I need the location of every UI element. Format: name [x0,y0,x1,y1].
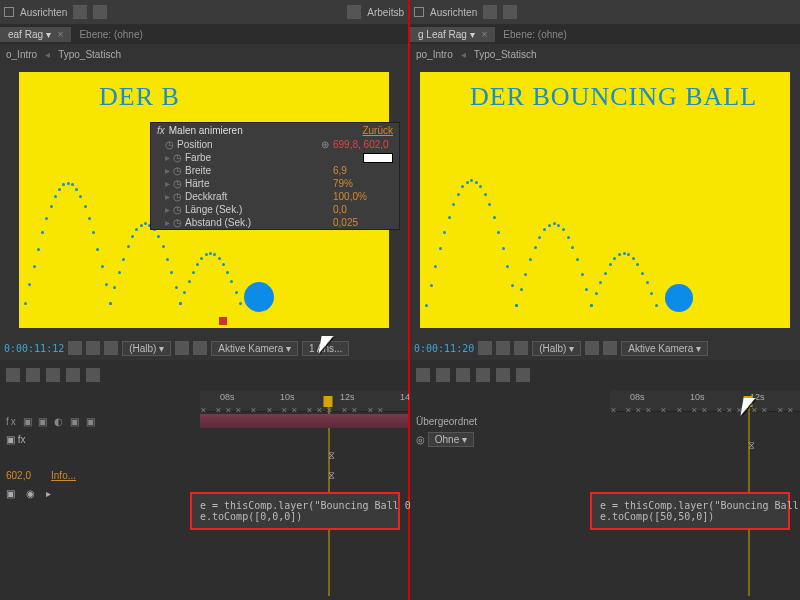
tool-icon[interactable] [6,368,20,382]
color-mgmt-icon[interactable] [514,341,528,355]
comp-tabs: g Leaf Rag ▾ × Ebene: (ohne) [410,24,800,44]
keyframe-icon[interactable]: ⧖ [328,450,335,462]
time-tick: 14 [400,392,410,402]
chevron-left-icon: ◂ [45,49,50,60]
info-link[interactable]: Info... [51,470,76,481]
camera-dropdown[interactable]: Aktive Kamera ▾ [211,341,298,356]
dropdown-icon[interactable]: ▾ [46,29,51,40]
tab-leaf-rag[interactable]: g Leaf Rag ▾ × [410,27,495,42]
color-swatch[interactable] [363,153,393,163]
composition-viewer[interactable]: DER BOUNCING BALL [410,64,800,336]
prop-position: ◷Position⊕699,8, 602,0 [151,138,399,151]
layer-bar[interactable] [200,414,408,428]
prop-breite: ▸◷Breite6,9 [151,164,399,177]
target-icon[interactable] [503,5,517,19]
tool-icon[interactable] [516,368,530,382]
expression-field[interactable]: e = thisComp.layer("Bouncing Ball 02"); … [590,492,790,530]
top-toolbar: Ausrichten [410,0,800,24]
expression-switches[interactable]: ▣ fx [6,434,26,445]
transparency-grid-icon[interactable] [193,341,207,355]
tool-icon[interactable] [416,368,430,382]
prop-abstand: ▸◷Abstand (Sek.)0,025 [151,216,399,229]
color-mgmt-icon[interactable] [104,341,118,355]
timecode-display[interactable]: 0:00:11:12 [4,343,64,354]
fx-icon: fx [157,125,165,136]
breadcrumb-item[interactable]: Typo_Statisch [58,49,121,60]
comp-title-text: DER BOUNCING BALL [470,82,757,112]
resolution-dropdown[interactable]: (Halb) ▾ [122,341,171,356]
layer-switches[interactable]: fx ▣ ▣ ◐ ▣ ▣ [6,416,97,427]
dropdown-icon[interactable]: ▾ [470,29,475,40]
parent-dropdown[interactable]: Ohne ▾ [428,432,474,447]
keyframe-markers: ✕ ✕✕✕ ✕ ✕ ✕✕ ✕✕✕ ✕✕ ✕✕ [200,406,408,412]
resolution-dropdown[interactable]: (Halb) ▾ [532,341,581,356]
bouncing-ball [244,282,274,312]
stopwatch-icon[interactable]: ◷ [173,152,185,163]
time-tick: 12s [340,392,355,402]
keyframe-icon[interactable]: ⧖ [328,470,335,482]
position-value[interactable]: 602,0 [6,470,31,481]
breadcrumb-item[interactable]: po_Intro [416,49,453,60]
timeline-panel: 08s 10s 12s 14 fx ▣ ▣ ◐ ▣ ▣ ▣ fx 602,0In… [0,360,408,600]
graph-editor-icon[interactable] [496,368,510,382]
channels-icon[interactable] [496,341,510,355]
expression-field[interactable]: e = thisComp.layer("Bouncing Ball 02"); … [190,492,400,530]
tool-icon[interactable] [46,368,60,382]
comp-title-text: DER B [99,82,180,112]
channels-icon[interactable] [86,341,100,355]
snapshot-icon[interactable] [68,341,82,355]
breadcrumb: po_Intro ◂ Typo_Statisch [410,44,800,64]
composition-canvas: DER BOUNCING BALL [420,72,790,328]
align-checkbox[interactable] [4,7,14,17]
graph-editor-icon[interactable] [66,368,80,382]
snap-icon[interactable] [483,5,497,19]
timeline-tools [410,360,800,390]
roi-icon[interactable] [175,341,189,355]
timeline-panel: 08s 10s 12s Übergeordnet ◎ Ohne ▾ ✕ ✕✕✕ … [410,360,800,600]
stopwatch-icon[interactable]: ◷ [165,139,177,150]
snap-icon[interactable] [73,5,87,19]
target-icon[interactable] [93,5,107,19]
time-tick: 08s [220,392,235,402]
pickwhip-icon[interactable]: ◎ [416,434,425,445]
composition-viewer[interactable]: DER B fx Malen animieren Zurück ◷Positio… [0,64,408,336]
time-tick: 10s [690,392,705,402]
keyframe-markers: ✕ ✕✕✕ ✕ ✕ ✕✕ ✕✕✕ ✕✕ ✕✕ [610,406,800,412]
transparency-grid-icon[interactable] [603,341,617,355]
motion-blur-icon[interactable] [476,368,490,382]
expression-icons[interactable]: ▣ ◉ ▸ [6,488,55,499]
close-icon[interactable]: × [482,29,488,40]
time-tick: 10s [280,392,295,402]
tool-icon[interactable] [86,368,100,382]
align-label: Ausrichten [430,7,477,18]
snapshot-icon[interactable] [478,341,492,355]
tool-icon[interactable] [456,368,470,382]
viewer-controls: 0:00:11:20 (Halb) ▾ Aktive Kamera ▾ [410,336,800,360]
expand-icon[interactable]: ▸ [165,152,173,163]
tool-icon[interactable] [26,368,40,382]
timecode-display[interactable]: 0:00:11:20 [414,343,474,354]
align-checkbox[interactable] [414,7,424,17]
top-toolbar: Ausrichten Arbeitsb [0,0,408,24]
effect-properties-panel: fx Malen animieren Zurück ◷Position⊕699,… [150,122,400,230]
workspace-icon[interactable] [347,5,361,19]
tab-leaf-rag[interactable]: eaf Rag ▾ × [0,27,71,42]
breadcrumb-item[interactable]: o_Intro [6,49,37,60]
anchor-marker [219,317,227,325]
back-link[interactable]: Zurück [362,125,393,136]
roi-icon[interactable] [585,341,599,355]
viewer-controls: 0:00:11:12 (Halb) ▾ Aktive Kamera ▾ 1 An… [0,336,408,360]
close-icon[interactable]: × [58,29,64,40]
layer-none-label: Ebene: (ohne) [73,27,148,42]
breadcrumb-item[interactable]: Typo_Statisch [474,49,537,60]
chevron-left-icon: ◂ [461,49,466,60]
breadcrumb: o_Intro ◂ Typo_Statisch [0,44,408,64]
camera-dropdown[interactable]: Aktive Kamera ▾ [621,341,708,356]
crosshair-icon[interactable]: ⊕ [321,139,329,150]
comp-tabs: eaf Rag ▾ × Ebene: (ohne) [0,24,408,44]
cursor-icon [320,336,332,354]
prop-deckkraft: ▸◷Deckkraft100,0% [151,190,399,203]
prop-haerte: ▸◷Härte79% [151,177,399,190]
keyframe-icon[interactable]: ⧖ [748,440,755,452]
tool-icon[interactable] [436,368,450,382]
